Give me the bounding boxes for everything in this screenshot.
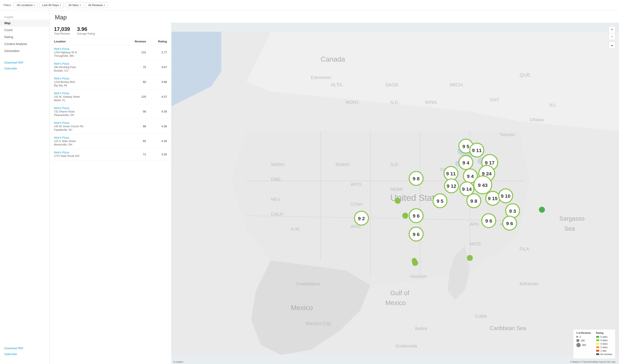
location-cell: Nick's Pizza 280 Worthing Pass Boulder, …: [54, 62, 130, 72]
location-name[interactable]: Nick's Pizza: [54, 62, 130, 65]
col-reviews: Reviews: [130, 40, 150, 43]
legend-reviews-title: # of Reviews: [576, 332, 591, 334]
sidebar-item-count[interactable]: Count: [0, 27, 49, 33]
svg-text:Guadalajara: Guadalajara: [296, 281, 320, 286]
location-cell: Nick's Pizza 1234 Berkley Blvd Big Sky, …: [54, 77, 130, 87]
location-name[interactable]: Nick's Pizza: [54, 136, 130, 139]
filter-sites[interactable]: All Sites ▾: [66, 2, 84, 8]
svg-text:WASH.: WASH.: [271, 162, 286, 167]
svg-point-100: [395, 198, 401, 204]
zoom-out-button[interactable]: −: [608, 33, 616, 40]
svg-text:IDAHO: IDAHO: [336, 162, 350, 167]
download-pdf-top-link[interactable]: Download PDF: [0, 60, 49, 66]
svg-text:9 6: 9 6: [506, 221, 513, 226]
page-title: Map: [50, 11, 619, 23]
svg-text:Toronto: Toronto: [500, 132, 515, 137]
svg-point-101: [402, 213, 408, 219]
avg-rating-stat: 3.96 Average Rating: [77, 26, 95, 35]
stats-row: 17,039 Total Reviews 3.96 Average Rating: [50, 23, 171, 38]
svg-text:CALIF.: CALIF.: [271, 211, 284, 216]
legend-rating-label: 5 stars: [601, 336, 608, 338]
svg-text:Belize: Belize: [415, 326, 427, 331]
location-address2: Bentonville, OH: [54, 143, 130, 146]
legend-rating-item: 4 stars: [596, 339, 612, 342]
svg-text:Ottawa: Ottawa: [530, 117, 544, 122]
svg-point-105: [412, 258, 417, 263]
map-panel: Canada ALTA. SASK. MICH. QUE. MONT. N.D.…: [171, 23, 619, 364]
location-cell: Nick's Pizza 123 S. Main Street Bentonvi…: [54, 136, 130, 146]
compass-button[interactable]: ▲: [608, 42, 616, 49]
location-address1: 245 W. Green Church Rd: [54, 125, 130, 128]
svg-text:Edmonton: Edmonton: [311, 75, 331, 80]
location-name[interactable]: Nick's Pizza: [54, 47, 130, 51]
svg-text:Mexico: Mexico: [385, 299, 406, 307]
zoom-in-button[interactable]: +: [608, 26, 616, 33]
filter-reviews[interactable]: All Reviews ▾: [85, 2, 108, 8]
legend-color-box: [596, 339, 599, 341]
svg-text:Bahamas: Bahamas: [520, 281, 538, 286]
svg-text:S.D.: S.D.: [390, 162, 399, 167]
svg-text:9 14: 9 14: [462, 186, 472, 192]
filters-label: Filters: [3, 3, 11, 7]
svg-text:SASK.: SASK.: [385, 82, 400, 87]
sidebar-item-rating[interactable]: Rating: [0, 33, 49, 41]
svg-text:9 12: 9 12: [447, 183, 456, 189]
cell-reviews: 125: [130, 95, 150, 98]
svg-text:9 11: 9 11: [446, 171, 456, 176]
mapbox-logo-bottom: ⊕ mapbox: [173, 361, 183, 363]
svg-text:QUE.: QUE.: [520, 72, 532, 78]
table-row: Nick's Pizza 2770 State Route 933 71 3.3…: [50, 149, 171, 160]
location-address1: 1234 Highway 44 N: [54, 51, 130, 54]
svg-text:9 4: 9 4: [467, 173, 474, 179]
download-pdf-bottom-link[interactable]: Download PDF: [0, 345, 49, 351]
main-layout: Insights Map Count Rating Content Analys…: [0, 11, 619, 364]
cell-reviews: 98: [130, 125, 150, 128]
cell-rating: 4.35: [150, 140, 167, 143]
svg-text:Sea: Sea: [564, 225, 575, 232]
filter-days[interactable]: Last 90 Days ▾: [39, 2, 64, 8]
svg-text:WYO.: WYO.: [351, 182, 362, 187]
svg-text:MONT.: MONT.: [346, 100, 360, 105]
sidebar-item-map[interactable]: Map: [0, 20, 49, 27]
svg-text:Canada: Canada: [321, 55, 345, 63]
col-location: Location: [54, 40, 130, 43]
cell-reviews: 71: [130, 153, 150, 156]
chevron-down-icon: ▾: [104, 4, 105, 6]
location-name[interactable]: Nick's Pizza: [54, 106, 130, 110]
map-attribution: © Mapbox © OpenStreetMap Improve this ma…: [570, 361, 616, 363]
legend-item-3: 3: [576, 336, 591, 338]
location-address2: Boulder, CO: [54, 69, 130, 72]
svg-text:Gulf of: Gulf of: [390, 289, 409, 296]
sidebar-item-content-analysis[interactable]: Content Analysis: [0, 41, 49, 47]
svg-text:Cuba: Cuba: [475, 313, 487, 319]
legend-label-186: 186: [581, 339, 585, 342]
improve-map-link[interactable]: Improve this map: [599, 361, 616, 363]
svg-text:ORE.: ORE.: [271, 177, 282, 182]
cell-reviews: 56: [130, 110, 150, 113]
subscribe-bottom-link[interactable]: Subscribe: [0, 351, 49, 357]
location-name[interactable]: Nick's Pizza: [54, 92, 130, 95]
subscribe-top-link[interactable]: Subscribe: [0, 66, 49, 71]
legend-color-box: [596, 343, 599, 345]
cell-rating: 3.30: [150, 153, 167, 156]
cell-reviews: 131: [130, 51, 150, 54]
location-name[interactable]: Nick's Pizza: [54, 151, 130, 154]
legend-color-box: [596, 350, 599, 352]
svg-text:Guatemala: Guatemala: [395, 343, 417, 348]
filter-locations[interactable]: All Locations ▾: [14, 2, 38, 8]
svg-point-104: [539, 207, 545, 212]
svg-text:FILA.: FILA.: [520, 246, 530, 251]
legend-reviews-col: # of Reviews 3 186 369: [576, 332, 591, 356]
location-name[interactable]: Nick's Pizza: [54, 77, 130, 80]
sidebar-item-generation[interactable]: Generation: [0, 47, 49, 54]
cell-reviews: 75: [130, 66, 150, 69]
location-name[interactable]: Nick's Pizza: [54, 121, 130, 125]
svg-text:N.L.: N.L.: [549, 102, 558, 107]
svg-text:9 3: 9 3: [509, 208, 516, 214]
legend-rating-label: 4 stars: [601, 339, 608, 342]
sidebar-bottom: Download PDF Subscribe: [0, 345, 49, 361]
location-cell: Nick's Pizza 1234 Highway 44 N Throughvi…: [54, 47, 130, 57]
svg-text:9 4: 9 4: [463, 160, 469, 166]
cell-rating: 4.37: [150, 95, 167, 98]
filter-bar: Filters All Locations ▾ Last 90 Days ▾ A…: [0, 0, 619, 11]
